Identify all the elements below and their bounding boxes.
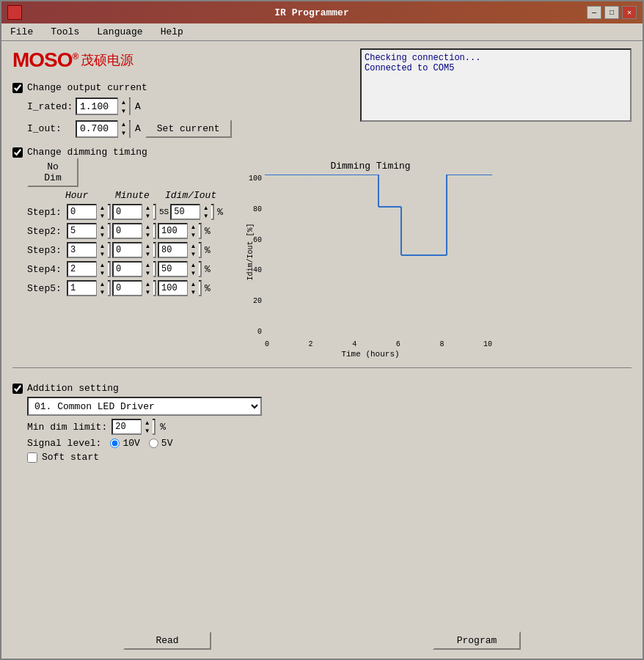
step4-idim-up[interactable]: ▲: [188, 261, 199, 269]
step5-min-input[interactable]: [114, 283, 142, 293]
step4-idim-spinbox: ▲ ▼: [158, 261, 202, 277]
left-panel: MOSO® 茂硕电源 Change output current I_rated…: [12, 48, 349, 138]
step4-hour-up[interactable]: ▲: [97, 261, 108, 269]
step5-row: Step5: ▲ ▼ ▲ ▼: [27, 280, 224, 296]
step4-hour-input[interactable]: [68, 264, 96, 274]
step5-idim-up[interactable]: ▲: [188, 280, 199, 288]
step3-hour-down[interactable]: ▼: [97, 250, 108, 258]
step1-idim-up[interactable]: ▲: [200, 204, 211, 212]
min-dim-up[interactable]: ▲: [142, 419, 153, 427]
i-out-up[interactable]: ▲: [118, 120, 129, 129]
current-section-label: Change output current: [27, 82, 147, 93]
minimize-button[interactable]: —: [587, 6, 601, 19]
step5-idim-input[interactable]: [159, 283, 187, 293]
logo-moso: MOSO®: [12, 48, 78, 72]
no-dim-button[interactable]: No Dim: [27, 158, 78, 187]
step5-label: Step5:: [27, 283, 65, 294]
close-button[interactable]: ✕: [622, 6, 637, 19]
step5-hour-up[interactable]: ▲: [97, 280, 108, 288]
current-checkbox[interactable]: [12, 83, 23, 93]
step3-hour-input[interactable]: [68, 245, 96, 255]
step3-min-up[interactable]: ▲: [142, 242, 153, 250]
chart-svg: [265, 175, 492, 336]
i-out-input[interactable]: [77, 123, 117, 134]
step3-idim-input[interactable]: [159, 245, 187, 255]
step2-hour-up[interactable]: ▲: [97, 223, 108, 231]
signal-5v-option[interactable]: 5V: [149, 438, 173, 449]
step5-hour-input[interactable]: [68, 283, 96, 293]
step2-min-up[interactable]: ▲: [142, 223, 153, 231]
step4-min-down[interactable]: ▼: [142, 269, 153, 277]
maximize-button[interactable]: □: [604, 6, 619, 19]
menu-tools[interactable]: Tools: [45, 25, 85, 39]
step5-min-up[interactable]: ▲: [142, 280, 153, 288]
step3-idim-down[interactable]: ▼: [188, 250, 199, 258]
step1-idim-down[interactable]: ▼: [200, 212, 211, 220]
menu-help[interactable]: Help: [155, 25, 189, 39]
addition-checkbox[interactable]: [12, 384, 23, 394]
step3-min-down[interactable]: ▼: [142, 250, 153, 258]
step4-idim-down[interactable]: ▼: [188, 269, 199, 277]
i-rated-label: I_rated:: [27, 101, 71, 112]
i-out-down[interactable]: ▼: [118, 129, 129, 138]
step4-min-up[interactable]: ▲: [142, 261, 153, 269]
menu-file[interactable]: File: [4, 25, 39, 39]
step1-min-input[interactable]: [114, 207, 142, 217]
step2-hour-input[interactable]: [68, 226, 96, 236]
step5-hour-down[interactable]: ▼: [97, 288, 108, 296]
console-box: Checking connection... Connected to COM5: [360, 48, 632, 122]
i-rated-up[interactable]: ▲: [118, 98, 129, 106]
i-out-label: I_out:: [27, 123, 71, 134]
chart-plot-area: 0 2 4 6 8 10: [265, 175, 492, 348]
window-title: IR Programmer: [37, 7, 587, 18]
step1-suffix: 5S: [159, 208, 169, 216]
step4-idim-input[interactable]: [159, 264, 187, 274]
i-rated-unit: A: [135, 101, 141, 112]
step2-hour-down[interactable]: ▼: [97, 231, 108, 239]
i-out-spinbox: ▲ ▼: [76, 120, 131, 138]
y-label-20: 20: [249, 297, 262, 305]
driver-type-dropdown[interactable]: 01. Common LED Driver 02. Type B 03. Typ…: [27, 397, 262, 416]
program-button[interactable]: Program: [433, 631, 521, 650]
step2-min-input[interactable]: [114, 226, 142, 236]
step2-min-down[interactable]: ▼: [142, 231, 153, 239]
set-current-button[interactable]: Set current: [145, 120, 232, 138]
i-out-arrows: ▲ ▼: [117, 120, 129, 138]
step3-hour-up[interactable]: ▲: [97, 242, 108, 250]
signal-10v-label: 10V: [122, 438, 139, 449]
step5-min-down[interactable]: ▼: [142, 288, 153, 296]
dimming-checkbox[interactable]: [12, 147, 23, 158]
step3-min-input[interactable]: [114, 245, 142, 255]
min-dim-down[interactable]: ▼: [142, 427, 153, 435]
step5-idim-down[interactable]: ▼: [188, 288, 199, 296]
soft-start-checkbox[interactable]: [27, 452, 37, 463]
i-rated-input[interactable]: [77, 101, 117, 112]
min-dim-input[interactable]: [113, 422, 141, 432]
step3-idim-up[interactable]: ▲: [188, 242, 199, 250]
step2-idim-down[interactable]: ▼: [188, 231, 199, 239]
menu-language[interactable]: Language: [91, 25, 148, 39]
step2-idim-up[interactable]: ▲: [188, 223, 199, 231]
step1-min-up[interactable]: ▲: [142, 204, 153, 212]
y-label-0: 0: [249, 328, 262, 336]
step3-idim-spinbox: ▲ ▼: [158, 242, 202, 258]
step1-hour-input[interactable]: [68, 207, 96, 217]
step4-min-input[interactable]: [114, 264, 142, 274]
dimming-content: No Dim Hour Minute Idim/Iout Step1:: [12, 158, 632, 359]
step1-idim-input[interactable]: [172, 207, 200, 217]
signal-10v-option[interactable]: 10V: [110, 438, 139, 449]
step1-hour-down[interactable]: ▼: [97, 212, 108, 220]
step4-hour-down[interactable]: ▼: [97, 269, 108, 277]
step1-min-down[interactable]: ▼: [142, 212, 153, 220]
step5-hour-spinbox: ▲ ▼: [67, 280, 111, 296]
i-rated-down[interactable]: ▼: [118, 106, 129, 115]
signal-10v-radio[interactable]: [110, 439, 120, 448]
bottom-bar: Read Program: [1, 623, 643, 659]
read-button[interactable]: Read: [123, 631, 211, 650]
addition-section-label: Addition setting: [27, 383, 119, 394]
signal-5v-radio[interactable]: [149, 439, 158, 448]
y-label-100: 100: [249, 175, 262, 183]
step2-idim-input[interactable]: [159, 226, 187, 236]
main-content: MOSO® 茂硕电源 Change output current I_rated…: [1, 41, 643, 623]
step1-hour-up[interactable]: ▲: [97, 204, 108, 212]
